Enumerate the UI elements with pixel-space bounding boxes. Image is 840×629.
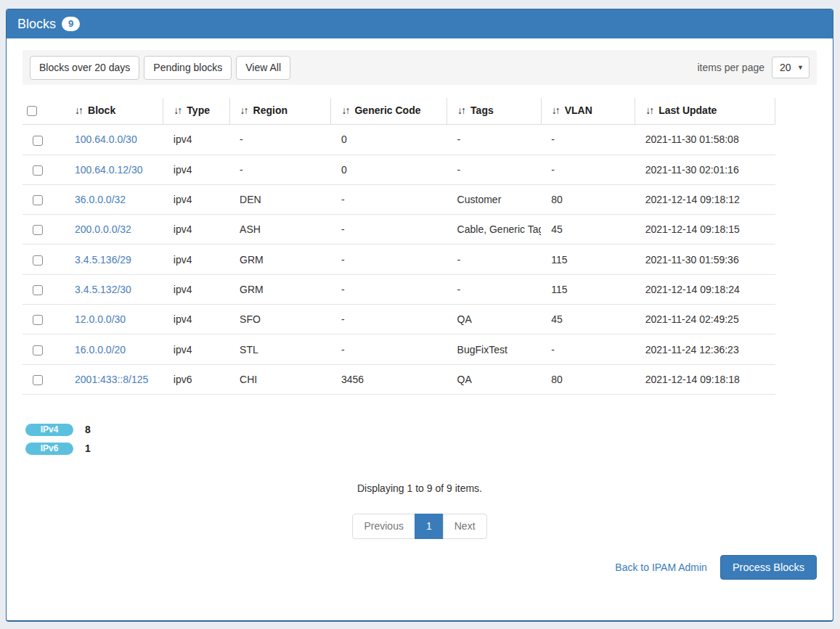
column-header-tags[interactable]: ↓↑Tags (447, 98, 542, 125)
cell-tags: - (447, 274, 542, 304)
cell-region: - (229, 155, 331, 184)
cell-type: ipv4 (163, 155, 229, 184)
table-row: 12.0.0.0/30 ipv4 SFO - QA 45 2021-11-24 … (23, 305, 775, 334)
block-link[interactable]: 36.0.0.0/32 (75, 194, 126, 205)
column-header-last-update[interactable]: ↓↑Last Update (635, 98, 775, 125)
row-checkbox-cell (23, 125, 65, 155)
cell-last-update: 2021-11-24 12:36:23 (635, 334, 775, 364)
ipv6-count: 1 (85, 443, 91, 454)
row-checkbox[interactable] (33, 165, 43, 176)
toolbar: Blocks over 20 days Pending blocks View … (23, 50, 817, 85)
table-row: 2001:433::8/125 ipv6 CHI 3456 QA 80 2021… (23, 364, 775, 394)
table-row: 16.0.0.0/20 ipv4 STL - BugFixTest - 2021… (23, 334, 775, 364)
cell-generic-code: - (331, 244, 447, 274)
items-per-page-label: items per page (697, 62, 764, 73)
cell-vlan: 80 (541, 184, 635, 214)
cell-tags: QA (447, 364, 542, 394)
cell-region: ASH (229, 215, 331, 244)
select-all-checkbox[interactable] (27, 106, 37, 116)
block-link[interactable]: 16.0.0.0/20 (75, 344, 126, 355)
table-row: 100.64.0.12/30 ipv4 - 0 - - 2021-11-30 0… (23, 155, 775, 184)
cell-block: 36.0.0.0/32 (65, 184, 163, 214)
cell-tags: QA (447, 305, 542, 334)
cell-tags: - (447, 125, 542, 155)
cell-region: - (229, 125, 331, 155)
cell-last-update: 2021-12-14 09:18:18 (635, 364, 775, 394)
cell-type: ipv4 (163, 244, 229, 274)
row-checkbox-cell (23, 215, 65, 244)
cell-vlan: 115 (541, 274, 635, 304)
row-checkbox[interactable] (33, 225, 43, 235)
cell-block: 3.4.5.132/30 (65, 274, 163, 304)
column-header-region[interactable]: ↓↑Region (229, 98, 331, 125)
cell-last-update: 2021-11-30 01:59:36 (635, 244, 775, 274)
cell-region: SFO (229, 305, 331, 334)
cell-region: CHI (229, 364, 331, 394)
page-title: Blocks (17, 17, 56, 32)
filter-button-group: Blocks over 20 days Pending blocks View … (30, 56, 290, 80)
blocks-table: ↓↑Block ↓↑Type ↓↑Region ↓↑Generic Code ↓… (23, 98, 775, 395)
cell-generic-code: 3456 (331, 364, 447, 394)
pager: Previous 1 Next (352, 514, 486, 539)
sort-icon: ↓↑ (240, 104, 248, 116)
ipv6-summary-row: IPv6 1 (25, 443, 817, 455)
block-link[interactable]: 100.64.0.0/30 (75, 133, 137, 145)
pending-blocks-button[interactable]: Pending blocks (144, 56, 232, 80)
row-checkbox[interactable] (33, 285, 43, 295)
row-checkbox[interactable] (33, 315, 43, 325)
panel-body: Blocks over 20 days Pending blocks View … (7, 38, 833, 620)
cell-block: 2001:433::8/125 (65, 364, 163, 394)
block-link[interactable]: 200.0.0.0/32 (75, 223, 131, 235)
cell-type: ipv6 (163, 364, 229, 394)
paging-status: Displaying 1 to 9 of 9 items. (23, 482, 817, 494)
column-label: Last Update (658, 104, 717, 116)
row-checkbox[interactable] (33, 345, 43, 355)
cell-type: ipv4 (163, 334, 229, 364)
block-link[interactable]: 12.0.0.0/30 (75, 313, 126, 325)
row-checkbox-cell (23, 334, 65, 364)
cell-type: ipv4 (163, 305, 229, 334)
cell-region: STL (229, 334, 331, 364)
blocks-count-badge: 9 (62, 17, 80, 31)
row-checkbox[interactable] (33, 255, 43, 266)
page-1-button[interactable]: 1 (415, 514, 444, 539)
block-link[interactable]: 3.4.5.132/30 (75, 284, 131, 295)
cell-last-update: 2021-11-24 02:49:25 (635, 305, 775, 334)
cell-block: 16.0.0.0/20 (65, 334, 163, 364)
row-checkbox-cell (23, 305, 65, 334)
cell-vlan: 80 (541, 364, 635, 394)
items-per-page-select[interactable]: 20 ▼ (772, 57, 810, 78)
cell-vlan: 45 (541, 305, 635, 334)
view-all-button[interactable]: View All (236, 56, 290, 80)
block-link[interactable]: 3.4.5.136/29 (75, 254, 131, 266)
column-label: Block (88, 104, 115, 116)
column-label: Region (253, 104, 288, 116)
sort-icon: ↓↑ (552, 104, 559, 116)
column-header-vlan[interactable]: ↓↑VLAN (541, 98, 635, 125)
row-checkbox[interactable] (33, 375, 43, 385)
cell-region: DEN (229, 184, 331, 214)
block-link[interactable]: 2001:433::8/125 (75, 374, 148, 385)
back-to-ipam-admin-link[interactable]: Back to IPAM Admin (615, 562, 707, 573)
items-per-page-value: 20 (780, 62, 791, 73)
block-link[interactable]: 100.64.0.12/30 (75, 164, 142, 176)
sort-icon: ↓↑ (645, 104, 653, 116)
sort-icon: ↓↑ (174, 104, 181, 116)
row-checkbox[interactable] (33, 136, 43, 146)
process-blocks-button[interactable]: Process Blocks (720, 555, 817, 580)
column-header-block[interactable]: ↓↑Block (65, 98, 163, 125)
row-checkbox-cell (23, 244, 65, 274)
row-checkbox-cell (23, 274, 65, 304)
cell-last-update: 2021-12-14 09:18:24 (635, 274, 775, 304)
column-header-generic-code[interactable]: ↓↑Generic Code (331, 98, 447, 125)
blocks-over-20-days-button[interactable]: Blocks over 20 days (30, 56, 139, 80)
cell-vlan: - (541, 125, 635, 155)
sort-icon: ↓↑ (341, 104, 348, 116)
row-checkbox[interactable] (33, 195, 43, 205)
previous-page-button[interactable]: Previous (352, 514, 415, 539)
cell-region: GRM (229, 244, 331, 274)
next-page-button[interactable]: Next (443, 514, 487, 539)
cell-vlan: 45 (541, 215, 635, 244)
footer-actions: Back to IPAM Admin Process Blocks (23, 555, 817, 580)
column-header-type[interactable]: ↓↑Type (163, 98, 229, 125)
